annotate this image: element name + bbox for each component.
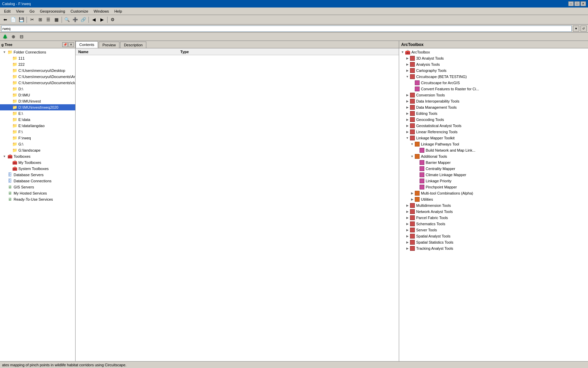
tree-item[interactable]: 📁 C:\Users\mercuryui\Documents\ArcGIS\ xyxy=(0,74,75,80)
col-type-header[interactable]: Type xyxy=(179,50,397,54)
toolbox-item[interactable]: Pinchpoint Mapper xyxy=(399,184,588,190)
expand-icon[interactable]: ▼ xyxy=(410,141,414,147)
back-button[interactable]: ⬅ xyxy=(1,16,9,24)
tree-item[interactable]: ▼ 🧰 Toolboxes xyxy=(0,153,75,159)
toolbox-item[interactable]: ▼ Linkage Mapper Toolkit xyxy=(399,135,588,141)
cut-button[interactable]: ✂ xyxy=(28,16,36,24)
tree-item[interactable]: 📁 E:\data\langdao xyxy=(0,123,75,129)
expand-icon[interactable] xyxy=(415,178,419,184)
go-button[interactable]: ▼ xyxy=(573,26,579,32)
expand-icon[interactable]: ▼ xyxy=(405,135,409,141)
expand-icon[interactable] xyxy=(7,87,11,91)
tree-item[interactable]: 🧰 My Toolboxes xyxy=(0,159,75,166)
expand-icon[interactable] xyxy=(410,86,414,92)
tree-item[interactable]: 📁 G:\landscape xyxy=(0,147,75,153)
expand-icon[interactable]: ▼ xyxy=(3,155,6,158)
tree-item[interactable]: 📁 111 xyxy=(0,55,75,61)
expand-icon[interactable] xyxy=(7,167,11,170)
expand-icon[interactable]: ▶ xyxy=(405,202,409,209)
expand-icon[interactable]: ▶ xyxy=(405,104,409,110)
menu-windows[interactable]: Windows xyxy=(91,9,112,14)
tree-item[interactable]: 📁 D:\ xyxy=(0,86,75,92)
expand-icon[interactable] xyxy=(7,75,11,78)
tree-item[interactable]: 📁 E:\ xyxy=(0,110,75,117)
toolbox-item[interactable]: Climate Linkage Mapper xyxy=(399,172,588,178)
search-button[interactable]: 🔍 xyxy=(63,16,71,24)
expand-icon[interactable]: ▶ xyxy=(405,221,409,227)
expand-icon[interactable]: ▶ xyxy=(405,61,409,67)
expand-icon[interactable] xyxy=(415,147,419,153)
add-data-button[interactable]: ➕ xyxy=(71,16,79,24)
toolbox-item[interactable]: Circuitscape for ArcGIS xyxy=(399,80,588,86)
toolbox-item[interactable]: ▶ Multidimension Tools xyxy=(399,202,588,209)
expand-icon[interactable] xyxy=(7,149,11,152)
expand-icon[interactable] xyxy=(3,191,6,195)
tree-item[interactable]: 📁 G:\ xyxy=(0,141,75,147)
toolbox-item[interactable]: ▶ Parcel Fabric Tools xyxy=(399,215,588,221)
tree-item[interactable]: 📁 222 xyxy=(0,61,75,67)
expand-icon[interactable]: ▶ xyxy=(405,117,409,123)
list-view[interactable]: ☰ xyxy=(45,16,52,24)
toolbox-item[interactable]: ▼ 🧰 ArcToolbox xyxy=(399,49,588,55)
expand-icon[interactable] xyxy=(415,159,419,166)
toolbox-item[interactable]: ▶ Linear Referencing Tools xyxy=(399,129,588,135)
tree-item[interactable]: 📁 C:\Users\mercuryui\Documents\cluster xyxy=(0,80,75,86)
toolbox-item[interactable]: ▶ Tracking Analyst Tools xyxy=(399,245,588,251)
expand-icon[interactable] xyxy=(7,124,11,127)
toolbox-item[interactable]: ▶ Data Management Tools xyxy=(399,104,588,110)
tab-contents[interactable]: Contents xyxy=(76,41,98,48)
large-icons[interactable]: ▦ xyxy=(53,16,60,24)
toolbox-item[interactable]: ▶ Spatial Analyst Tools xyxy=(399,233,588,239)
expand-icon[interactable]: ▶ xyxy=(405,98,409,104)
tree-item[interactable]: 🖥 GIS Servers xyxy=(0,184,75,190)
expand-icon[interactable]: ▶ xyxy=(405,92,409,98)
expand-icon[interactable] xyxy=(7,130,11,134)
expand-icon[interactable]: ▶ xyxy=(405,239,409,245)
tree-item[interactable]: 🗄 Database Connections xyxy=(0,178,75,184)
toolbox-item[interactable]: ▶ Network Analyst Tools xyxy=(399,209,588,215)
menu-help[interactable]: Help xyxy=(112,9,125,14)
menu-customize[interactable]: Customize xyxy=(68,9,91,14)
minimize-button[interactable]: ─ xyxy=(568,1,574,6)
expand-icon[interactable] xyxy=(3,198,6,201)
menu-edit[interactable]: Edit xyxy=(1,9,13,14)
expand-icon[interactable] xyxy=(3,173,6,177)
toolbox-item[interactable]: Centrality Mapper xyxy=(399,166,588,172)
expand-icon[interactable] xyxy=(410,80,414,86)
toolbox-item[interactable]: ▶ Editing Tools xyxy=(399,110,588,117)
expand-icon[interactable] xyxy=(3,185,6,189)
maximize-button[interactable]: □ xyxy=(574,1,580,6)
expand-icon[interactable] xyxy=(7,63,11,66)
panel-pin-button[interactable]: 📌 xyxy=(62,42,68,47)
expand-icon[interactable]: ▼ xyxy=(401,49,405,55)
expand-icon[interactable]: ▶ xyxy=(405,215,409,221)
tree-item[interactable]: 📁 F:\ xyxy=(0,129,75,135)
tree-item[interactable]: 🖥 Ready-To-Use Services xyxy=(0,196,75,202)
expand-icon[interactable]: ▶ xyxy=(410,196,414,202)
tree-item[interactable]: 📁 D:\IMU\invest\rweq2020 xyxy=(0,104,75,110)
expand-icon[interactable] xyxy=(7,106,11,109)
tree-item[interactable]: 🗄 Database Servers xyxy=(0,172,75,178)
tree-item[interactable]: 📁 C:\Users\mercuryui\Desktop xyxy=(0,67,75,74)
expand-icon[interactable]: ▶ xyxy=(405,110,409,117)
tree-item[interactable]: ▼ 📁 Folder Connections xyxy=(0,49,75,55)
tree-item[interactable]: 🧰 System Toolboxes xyxy=(0,166,75,172)
expand-icon[interactable] xyxy=(7,81,11,85)
expand-icon[interactable] xyxy=(7,142,11,146)
save-button[interactable]: 💾 xyxy=(18,16,25,24)
expand-icon[interactable]: ▶ xyxy=(405,233,409,239)
expand-icon[interactable] xyxy=(3,179,6,183)
catalog-tree-toggle[interactable]: 🌲 xyxy=(1,33,9,41)
expand-icon[interactable]: ▶ xyxy=(405,245,409,251)
expand-icon[interactable]: ▶ xyxy=(405,123,409,129)
toolbox-item[interactable]: ▶ Spatial Statistics Tools xyxy=(399,239,588,245)
expand-icon[interactable] xyxy=(7,69,11,72)
expand-icon[interactable]: ▶ xyxy=(405,129,409,135)
address-input[interactable] xyxy=(1,26,572,32)
col-name-header[interactable]: Name xyxy=(77,50,179,54)
toolbox-item[interactable]: ▶ Data Interoperability Tools xyxy=(399,98,588,104)
tree-item[interactable]: 📁 F:\rweq xyxy=(0,135,75,141)
toolbox-item[interactable]: ▶ Geocoding Tools xyxy=(399,117,588,123)
expand-icon[interactable] xyxy=(7,161,11,164)
expand-icon[interactable] xyxy=(415,172,419,178)
